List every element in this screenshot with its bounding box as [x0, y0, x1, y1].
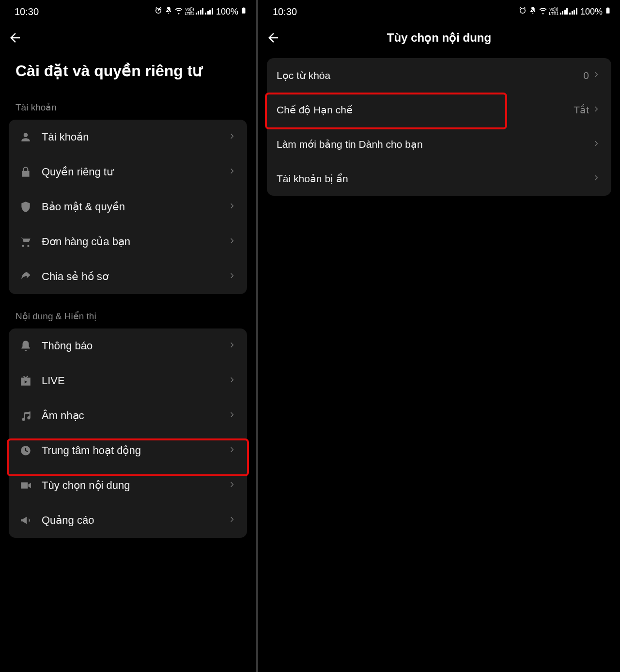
row-refresh-feed[interactable]: Làm mới bảng tin Dành cho bạn — [267, 127, 611, 161]
alarm-icon — [518, 6, 527, 17]
mute-icon — [528, 6, 537, 17]
chevron-right-icon — [229, 272, 237, 281]
row-label: Quảng cáo — [42, 514, 229, 527]
chevron-right-icon — [229, 133, 237, 141]
screen-settings-privacy: 10:30 Vo)))LTE1 100% Cài đặt và quyền ri… — [0, 0, 256, 672]
row-value: Tắt — [574, 104, 589, 116]
chevron-right-icon — [229, 168, 237, 176]
chevron-right-icon — [229, 481, 237, 490]
row-activity-center[interactable]: Trung tâm hoạt động — [9, 433, 247, 468]
page-title: Cài đặt và quyền riêng tư — [0, 51, 256, 85]
chevron-right-icon — [229, 342, 237, 350]
chevron-right-icon — [593, 140, 602, 149]
row-orders[interactable]: Đơn hàng của bạn — [9, 224, 247, 259]
status-right: Vo)))LTE1 100% — [154, 5, 247, 18]
card-content: Thông báo LIVE Âm nhạc Trung tâm hoạt độ… — [9, 328, 247, 538]
chevron-right-icon — [593, 174, 602, 183]
alarm-icon — [154, 6, 163, 17]
row-music[interactable]: Âm nhạc — [9, 398, 247, 433]
row-label: Trung tâm hoạt động — [42, 444, 229, 457]
header — [0, 20, 256, 51]
status-bar: 10:30 Vo)))LTE1 100% — [0, 0, 256, 20]
row-label: Quyền riêng tư — [42, 166, 229, 178]
bell-icon — [18, 339, 33, 353]
clock-icon — [18, 443, 33, 458]
row-label: Làm mới bảng tin Dành cho bạn — [277, 139, 593, 150]
card-content-prefs: Lọc từ khóa 0 Chế độ Hạn chế Tắt Làm mới… — [267, 58, 611, 196]
row-label: Âm nhạc — [42, 409, 229, 422]
person-icon — [18, 130, 33, 144]
section-label-content: Nội dung & Hiển thị — [0, 294, 256, 328]
chevron-right-icon — [593, 106, 602, 114]
tv-icon — [18, 374, 33, 388]
row-account[interactable]: Tài khoản — [9, 120, 247, 155]
battery-icon — [240, 5, 247, 18]
row-privacy[interactable]: Quyền riêng tư — [9, 155, 247, 189]
chevron-right-icon — [229, 203, 237, 211]
signal-icon-1 — [560, 7, 568, 17]
volte-icon: Vo)))LTE1 — [185, 7, 194, 16]
status-icons: Vo)))LTE1 — [154, 6, 213, 17]
row-label: Tài khoản — [42, 131, 229, 143]
battery-percent: 100% — [580, 7, 603, 17]
row-security[interactable]: Bảo mật & quyền — [9, 189, 247, 224]
megaphone-icon — [18, 513, 33, 528]
row-label: LIVE — [42, 375, 229, 387]
row-label: Đơn hàng của bạn — [42, 235, 229, 248]
chevron-right-icon — [229, 516, 237, 525]
status-time: 10:30 — [273, 6, 297, 17]
status-bar: 10:30 Vo)))LTE1 100% — [258, 0, 620, 20]
svg-rect-4 — [606, 8, 610, 13]
status-icons: Vo)))LTE1 — [518, 6, 577, 17]
svg-rect-1 — [243, 7, 245, 8]
row-label: Chia sẻ hồ sơ — [42, 270, 229, 283]
svg-rect-0 — [242, 8, 246, 13]
row-label: Thông báo — [42, 340, 229, 352]
mute-icon — [164, 6, 173, 17]
cart-icon — [18, 234, 33, 249]
row-ads[interactable]: Quảng cáo — [9, 503, 247, 538]
row-label: Lọc từ khóa — [277, 70, 583, 81]
row-share-profile[interactable]: Chia sẻ hồ sơ — [9, 259, 247, 294]
wifi-icon — [174, 6, 183, 17]
row-keyword-filter[interactable]: Lọc từ khóa 0 — [267, 58, 611, 93]
wifi-icon — [539, 6, 547, 17]
svg-rect-5 — [607, 7, 609, 8]
row-hidden-accounts[interactable]: Tài khoản bị ẩn — [267, 161, 611, 196]
volte-icon: Vo)))LTE1 — [549, 7, 558, 16]
row-label: Chế độ Hạn chế — [277, 104, 574, 116]
row-label: Tùy chọn nội dung — [42, 479, 229, 492]
chevron-right-icon — [229, 237, 237, 246]
shield-icon — [18, 200, 33, 214]
row-notifications[interactable]: Thông báo — [9, 328, 247, 363]
signal-icon-2 — [569, 7, 577, 17]
battery-percent: 100% — [216, 7, 238, 17]
battery-icon — [604, 5, 611, 18]
status-time: 10:30 — [15, 6, 39, 17]
share-icon — [18, 269, 33, 284]
row-label: Bảo mật & quyền — [42, 201, 229, 213]
card-account: Tài khoản Quyền riêng tư Bảo mật & quyền… — [9, 120, 247, 294]
status-right: Vo)))LTE1 100% — [518, 5, 611, 18]
lock-icon — [18, 165, 33, 179]
signal-icon-2 — [205, 7, 213, 17]
chevron-right-icon — [593, 71, 602, 80]
row-content-preferences[interactable]: Tùy chọn nội dung — [9, 468, 247, 503]
section-label-account: Tài khoản — [0, 85, 256, 120]
signal-icon-1 — [196, 7, 204, 17]
row-live[interactable]: LIVE — [9, 363, 247, 398]
chevron-right-icon — [229, 411, 237, 420]
chevron-right-icon — [229, 376, 237, 385]
header-title: Tùy chọn nội dung — [258, 31, 620, 45]
chevron-right-icon — [229, 446, 237, 455]
screen-content-preferences: 10:30 Vo)))LTE1 100% Tùy chọn nội dung L… — [258, 0, 620, 672]
row-restricted-mode[interactable]: Chế độ Hạn chế Tắt — [267, 93, 611, 127]
row-label: Tài khoản bị ẩn — [277, 173, 593, 185]
row-value: 0 — [583, 70, 589, 81]
back-button[interactable] — [7, 30, 23, 46]
header: Tùy chọn nội dung — [258, 20, 620, 51]
video-icon — [18, 478, 33, 493]
music-icon — [18, 408, 33, 423]
